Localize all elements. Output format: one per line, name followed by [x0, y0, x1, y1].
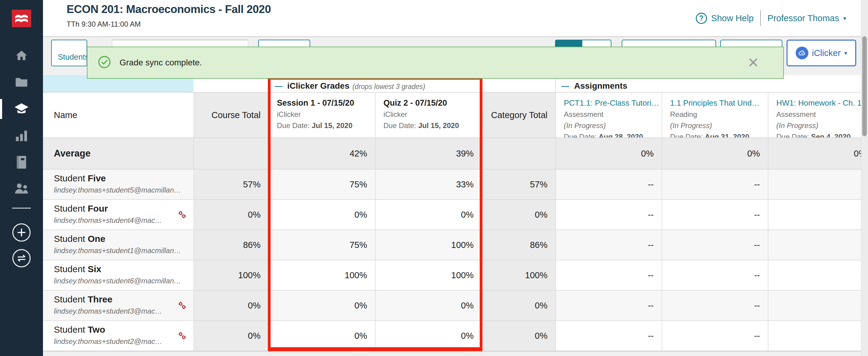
session1-cell[interactable]: 0% — [269, 321, 375, 351]
course-total-cell[interactable]: 86% — [193, 230, 269, 260]
hw1-cell[interactable]: -- — [768, 230, 868, 260]
hw1-cell[interactable]: -- — [768, 291, 868, 320]
sidebar-item-ebook[interactable] — [0, 152, 43, 172]
quiz2-cell[interactable]: 0% — [375, 291, 482, 320]
course-total-cell[interactable]: 57% — [193, 170, 269, 199]
show-help-link[interactable]: ? Show Help — [696, 13, 753, 24]
quiz2-cell[interactable]: 33% — [375, 170, 482, 199]
close-icon[interactable]: ✕ — [747, 56, 759, 70]
success-check-icon — [98, 55, 111, 70]
table-row[interactable]: Student Three lindsey.thomas+student3@ma… — [43, 291, 868, 321]
quiz2-cell[interactable]: 0% — [375, 200, 482, 230]
column-header-name[interactable]: Name — [43, 93, 193, 138]
student-email: lindsey.thomas+student2@mac… — [54, 337, 193, 346]
session1-cell[interactable]: 75% — [269, 170, 375, 199]
session1-cell[interactable]: 100% — [269, 260, 375, 290]
table-row[interactable]: Student Four lindsey.thomas+student4@mac… — [43, 200, 868, 230]
student-email: lindsey.thomas+student5@macmillan… — [54, 186, 193, 194]
column-header-session1[interactable]: Session 1 - 07/15/20 iClicker Due Date: … — [269, 93, 375, 138]
user-menu[interactable]: Professor Thomas ▾ — [768, 13, 846, 23]
assignment-link[interactable]: 1.1 Principles That Und… — [670, 97, 765, 109]
pct-cell[interactable]: -- — [555, 170, 661, 199]
session1-cell[interactable]: 75% — [269, 230, 375, 260]
assignments-group-title: Assignments — [574, 81, 627, 91]
table-row[interactable]: Student Two lindsey.thomas+student2@mac…… — [43, 321, 868, 351]
plus-icon — [17, 227, 27, 238]
hw1-cell[interactable]: -- — [768, 170, 868, 199]
broken-link-icon[interactable] — [178, 301, 187, 311]
sidebar-item-roster[interactable] — [0, 179, 43, 199]
course-total-cell[interactable]: 0% — [193, 291, 269, 320]
people-icon — [14, 182, 29, 195]
category-total-cell[interactable]: 86% — [482, 230, 555, 260]
chevron-down-icon: ▾ — [843, 15, 846, 22]
table-row[interactable]: Student Six lindsey.thomas+student6@macm… — [43, 260, 868, 291]
column-header-course-total[interactable]: Course Total — [193, 93, 269, 138]
page-header: ECON 201: Macroeconomics - Fall 2020 TTh… — [43, 0, 868, 37]
scrollbar-thumb[interactable] — [862, 36, 867, 136]
broken-link-icon[interactable] — [178, 331, 187, 342]
column-header-quiz2[interactable]: Quiz 2 - 07/15/20 iClicker Due Date: Jul… — [375, 93, 482, 138]
reading-cell[interactable]: -- — [661, 260, 768, 290]
assignment-link[interactable]: HW1: Homework - Ch. 1… — [776, 97, 868, 109]
category-total-cell[interactable]: 57% — [482, 170, 555, 199]
create-new-button[interactable] — [12, 224, 31, 242]
vertical-scrollbar[interactable] — [861, 0, 868, 356]
switch-course-button[interactable] — [12, 249, 31, 267]
average-category-total — [482, 138, 555, 169]
student-name-cell: Student Four lindsey.thomas+student4@mac… — [43, 200, 193, 230]
hw1-cell[interactable]: -- — [768, 200, 868, 230]
pct-cell[interactable]: -- — [555, 260, 661, 290]
student-name-cell: Student Six lindsey.thomas+student6@macm… — [43, 260, 193, 290]
quiz2-cell[interactable]: 0% — [375, 321, 482, 351]
table-row[interactable]: Student One lindsey.thomas+student1@macm… — [43, 230, 868, 260]
student-email: lindsey.thomas+student6@macmillan… — [54, 277, 193, 285]
session1-cell[interactable]: 0% — [269, 200, 375, 230]
macmillan-logo[interactable] — [12, 10, 31, 27]
course-total-cell[interactable]: 100% — [193, 260, 269, 290]
average-label: Average — [43, 138, 193, 169]
quiz2-cell[interactable]: 100% — [375, 260, 482, 290]
sidebar-item-analytics[interactable] — [0, 126, 43, 146]
column-header-category-total[interactable]: Category Total — [482, 93, 555, 138]
pct-cell[interactable]: -- — [555, 321, 661, 351]
session1-cell[interactable]: 0% — [269, 291, 375, 320]
quiz2-cell[interactable]: 100% — [375, 230, 482, 260]
iclicker-button-label: iClicker — [812, 48, 841, 58]
category-total-cell[interactable]: 0% — [482, 200, 555, 230]
reading-cell[interactable]: -- — [661, 230, 768, 260]
pct-cell[interactable]: -- — [555, 230, 661, 260]
sidebar-item-home[interactable] — [0, 46, 43, 65]
iclicker-sync-button[interactable]: iClicker ▾ — [786, 40, 856, 66]
broken-link-icon[interactable] — [178, 210, 187, 220]
sidebar-item-courses-folder[interactable] — [0, 72, 43, 92]
header-divider — [760, 10, 761, 26]
assignment-link[interactable]: PCT1.1: Pre-Class Tutori… — [564, 97, 658, 109]
pct-cell[interactable]: -- — [555, 200, 661, 230]
reading-cell[interactable]: -- — [661, 200, 768, 230]
column-header-hw1[interactable]: HW1: Homework - Ch. 1… Assessment (In Pr… — [768, 93, 868, 138]
gradebook-table: — iClicker Grades (drops lowest 3 grades… — [43, 75, 868, 351]
average-pct: 0% — [555, 138, 661, 169]
collapse-icon[interactable]: — — [561, 82, 569, 91]
category-total-cell[interactable]: 0% — [482, 321, 555, 351]
category-total-cell[interactable]: 100% — [482, 260, 555, 290]
reading-cell[interactable]: -- — [661, 170, 768, 199]
gradebook-app: ECON 201: Macroeconomics - Fall 2020 TTh… — [0, 0, 868, 356]
reading-cell[interactable]: -- — [661, 321, 768, 351]
sidebar-item-gradebook[interactable] — [0, 99, 43, 119]
column-header-reading[interactable]: 1.1 Principles That Und… Reading (In Pro… — [661, 93, 768, 138]
category-total-cell[interactable]: 0% — [482, 291, 555, 320]
table-row[interactable]: Student Five lindsey.thomas+student5@mac… — [43, 170, 868, 200]
column-header-pct[interactable]: PCT1.1: Pre-Class Tutori… Assessment (In… — [555, 93, 661, 138]
course-total-cell[interactable]: 0% — [193, 200, 269, 230]
collapse-icon[interactable]: — — [275, 82, 282, 91]
course-total-cell[interactable]: 0% — [193, 321, 269, 351]
student-name-cell: Student One lindsey.thomas+student1@macm… — [43, 230, 193, 260]
hw1-cell[interactable]: -- — [768, 321, 868, 351]
active-indicator — [0, 99, 2, 119]
hw1-cell[interactable]: -- — [768, 260, 868, 290]
pct-cell[interactable]: -- — [555, 291, 661, 320]
reading-cell[interactable]: -- — [661, 291, 768, 320]
students-tab[interactable]: Students — [51, 40, 87, 66]
